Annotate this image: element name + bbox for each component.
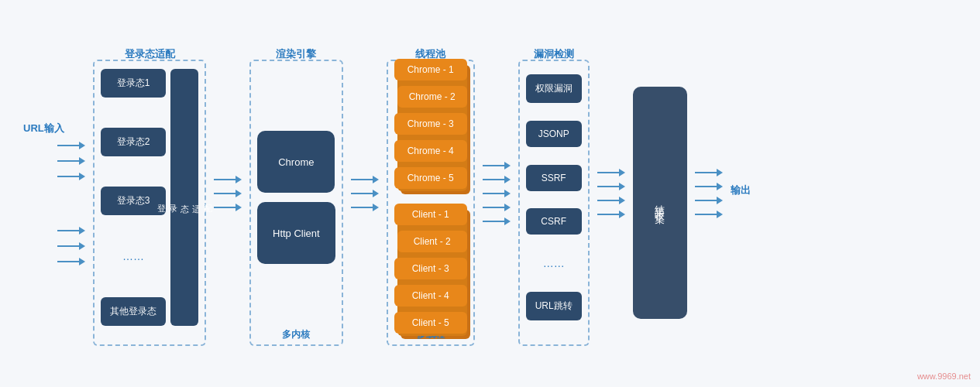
- client-thread-4: Client - 4: [394, 285, 467, 307]
- arrow-tv-1: [483, 162, 511, 170]
- render-section-title: 渲染引擎: [251, 47, 342, 61]
- arrow-ro-4: [695, 211, 723, 218]
- client-thread-1: Client - 1: [394, 204, 467, 225]
- chrome-thread-1: Chrome - 1: [394, 59, 467, 80]
- arrow-rt-2: [351, 190, 379, 197]
- arrow-vr-4: [597, 211, 625, 218]
- thread-section: 线程池 Chrome - 1 Chrome - 2 Chrome - 3 Chr…: [387, 60, 475, 346]
- arrow-3: [57, 173, 85, 180]
- result-collect-btn: 结果收集: [633, 87, 687, 319]
- vuln-section-title: 漏洞检测: [520, 47, 588, 61]
- main-diagram: URL输入 登录态适配 登录态1 登录态2 登录态3 …… 其他登录态 登录态适…: [0, 0, 980, 387]
- arrow-tv-3: [483, 190, 511, 197]
- http-client-btn: Http Client: [257, 202, 335, 264]
- arrow-vr-2: [597, 183, 625, 190]
- login-dots: ……: [101, 245, 166, 267]
- chrome-btn: Chrome: [257, 131, 335, 193]
- login-section-title: 登录态适配: [95, 47, 205, 61]
- arrow-4: [57, 227, 85, 235]
- login-adapter: 登录态适配: [170, 69, 198, 326]
- url-input-section: URL输入: [23, 122, 85, 265]
- login-state-1: 登录态1: [101, 69, 166, 98]
- login-state-2: 登录态2: [101, 128, 166, 156]
- thread-to-vuln-arrows: [483, 77, 511, 310]
- vuln-section: 漏洞检测 权限漏洞 JSONP SSRF CSRF …… URL跳转: [518, 60, 590, 346]
- url-input-label: URL输入: [23, 122, 64, 135]
- vuln-csrf: CSRF: [526, 208, 582, 235]
- login-state-other: 其他登录态: [101, 297, 166, 326]
- vuln-auth: 权限漏洞: [526, 74, 582, 103]
- arrow-2: [57, 157, 85, 165]
- vuln-to-result-arrows: [597, 77, 625, 310]
- result-to-output-arrows: [695, 77, 723, 310]
- render-to-thread-arrows: [351, 77, 379, 310]
- vuln-ssrf: SSRF: [526, 165, 582, 191]
- arrow-6: [57, 258, 85, 265]
- arrow-tv-5: [483, 217, 511, 225]
- login-section: 登录态适配 登录态1 登录态2 登录态3 …… 其他登录态 登录态适配: [93, 60, 206, 346]
- client-thread-stack: Client - 1 Client - 2 Client - 3 Client …: [394, 204, 467, 336]
- arrow-vr-3: [597, 197, 625, 204]
- login-state-3: 登录态3: [101, 187, 166, 215]
- arrow-lr-3: [214, 204, 242, 211]
- arrow-ro-3: [695, 197, 723, 204]
- arrow-tv-4: [483, 204, 511, 211]
- arrow-tv-2: [483, 176, 511, 183]
- chrome-thread-4: Chrome - 4: [394, 140, 467, 162]
- arrow-rt-1: [351, 176, 379, 183]
- arrow-lr-1: [214, 176, 242, 183]
- vuln-url-redirect: URL跳转: [526, 292, 582, 320]
- chrome-thread-stack: Chrome - 1 Chrome - 2 Chrome - 3 Chrome …: [394, 59, 467, 191]
- watermark: www.9969.net: [917, 372, 971, 381]
- arrow-lr-2: [214, 190, 242, 197]
- vuln-dots: ……: [543, 252, 565, 274]
- arrow-ro-2: [695, 183, 723, 190]
- render-section: 渲染引擎 Chrome Http Client 多内核: [249, 60, 343, 346]
- vuln-jsonp: JSONP: [526, 121, 582, 147]
- output-section: 输出: [731, 183, 751, 204]
- arrow-vr-1: [597, 169, 625, 176]
- arrow-rt-3: [351, 204, 379, 211]
- output-label: 输出: [731, 183, 751, 197]
- client-thread-5: Client - 5: [394, 312, 467, 334]
- chrome-thread-2: Chrome - 2: [397, 86, 467, 108]
- render-section-footer: 多内核: [251, 328, 342, 341]
- client-thread-3: Client - 3: [394, 258, 467, 279]
- input-arrows: [57, 142, 85, 265]
- login-to-render-arrows: [214, 77, 242, 310]
- client-thread-2: Client - 2: [397, 231, 467, 252]
- result-section: 结果收集: [633, 87, 687, 319]
- chrome-thread-3: Chrome - 3: [394, 113, 467, 135]
- arrow-ro-1: [695, 169, 723, 176]
- arrow-1: [57, 142, 85, 149]
- chrome-thread-5: Chrome - 5: [394, 167, 467, 189]
- arrow-5: [57, 242, 85, 250]
